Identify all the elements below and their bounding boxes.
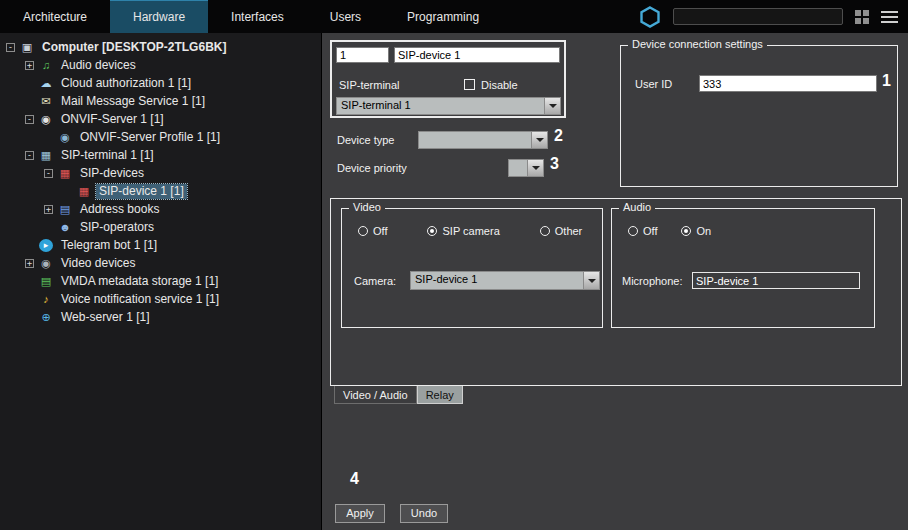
video-source-radios: OffSIP cameraOther: [358, 225, 582, 237]
audio-devices-icon: ♫: [39, 59, 53, 72]
microphone-label: Microphone:: [622, 275, 683, 287]
tree-collapse-icon[interactable]: -: [6, 43, 15, 52]
identity-group: SIP-terminal Disable SIP-terminal 1: [330, 40, 566, 118]
radio-label: SIP camera: [442, 225, 499, 237]
tree-item[interactable]: -◉ONVIF-Server 1 [1]: [0, 110, 321, 128]
tree-item[interactable]: ▦SIP-device 1 [1]: [0, 182, 321, 200]
tree-item-label: SIP-device 1 [1]: [96, 184, 187, 199]
tree-item[interactable]: ♪Voice notification service 1 [1]: [0, 290, 321, 308]
tree-item[interactable]: +◉Video devices: [0, 254, 321, 272]
annotation-4: 4: [350, 470, 359, 488]
device-type-label: Device type: [337, 134, 394, 146]
tree-item[interactable]: -▦SIP-devices: [0, 164, 321, 182]
device-type-dropdown[interactable]: [418, 131, 548, 149]
nav-tab-interfaces[interactable]: Interfaces: [208, 0, 307, 33]
nav-tab-hardware[interactable]: Hardware: [110, 0, 208, 33]
radio-button-icon: [681, 226, 691, 236]
tree-item[interactable]: ▸Telegram bot 1 [1]: [0, 236, 321, 254]
tree-collapse-icon[interactable]: -: [25, 115, 34, 124]
topbar-right-controls: [639, 0, 898, 33]
tree-item-label: Mail Message Service 1 [1]: [58, 94, 208, 109]
user-id-field[interactable]: [699, 75, 877, 92]
app-logo-icon: [639, 6, 661, 28]
nav-tab-architecture[interactable]: Architecture: [0, 0, 110, 33]
tree-item-label: Address books: [77, 202, 162, 217]
settings-panel: SIP-terminal Disable SIP-terminal 1 Devi…: [322, 33, 908, 530]
apply-button[interactable]: Apply: [335, 504, 385, 523]
sip-operators-icon: ☻: [58, 221, 72, 234]
audio-radio-off[interactable]: Off: [628, 225, 657, 237]
tree-item-label: SIP-operators: [77, 220, 157, 235]
tree-item-label: ONVIF-Server 1 [1]: [58, 112, 167, 127]
tree-item[interactable]: +♫Audio devices: [0, 56, 321, 74]
tree-collapse-icon[interactable]: -: [25, 151, 34, 160]
video-audio-section: Video OffSIP cameraOther Camera: SIP-dev…: [330, 198, 902, 386]
camera-dropdown[interactable]: SIP-device 1: [410, 271, 600, 290]
audio-mode-radios: OffOn: [628, 225, 711, 237]
panel-tab-video-audio[interactable]: Video / Audio: [334, 386, 417, 404]
tree-expand-icon[interactable]: +: [25, 259, 34, 268]
hamburger-menu-icon[interactable]: [881, 11, 898, 23]
nav-tabs: ArchitectureHardwareInterfacesUsersProgr…: [0, 0, 502, 33]
dropdown-arrow-icon[interactable]: [527, 160, 543, 176]
nav-tab-users[interactable]: Users: [307, 0, 384, 33]
tree-item[interactable]: ☻SIP-operators: [0, 218, 321, 236]
tree-item-label: SIP-devices: [77, 166, 147, 181]
radio-button-icon: [358, 226, 368, 236]
tree-item[interactable]: +▤Address books: [0, 200, 321, 218]
tree-expand-icon[interactable]: +: [25, 61, 34, 70]
sip-devices-icon: ▦: [58, 167, 72, 180]
cloud-icon: ☁: [39, 77, 53, 90]
tree-item[interactable]: ◉ONVIF-Server Profile 1 [1]: [0, 128, 321, 146]
dropdown-arrow-icon[interactable]: [583, 272, 599, 289]
search-input[interactable]: [673, 8, 843, 25]
tree-item[interactable]: ✉Mail Message Service 1 [1]: [0, 92, 321, 110]
address-books-icon: ▤: [58, 203, 72, 216]
video-radio-off[interactable]: Off: [358, 225, 387, 237]
tree-item[interactable]: -▣Computer [DESKTOP-2TLG6BK]: [0, 38, 321, 56]
tree-item[interactable]: -▦SIP-terminal 1 [1]: [0, 146, 321, 164]
tree-expand-icon[interactable]: +: [44, 205, 53, 214]
radio-label: Off: [643, 225, 657, 237]
connection-settings-title: Device connection settings: [628, 38, 767, 50]
sip-terminal-dropdown[interactable]: SIP-terminal 1: [336, 97, 561, 115]
video-devices-icon: ◉: [39, 257, 53, 270]
dropdown-arrow-icon[interactable]: [544, 98, 560, 114]
device-priority-dropdown[interactable]: [508, 159, 544, 177]
object-name-field[interactable]: [394, 47, 560, 63]
camera-label: Camera:: [354, 275, 396, 287]
panel-tab-relay[interactable]: Relay: [417, 386, 463, 404]
connection-settings-group: Device connection settings User ID 1: [620, 45, 898, 187]
onvif-profile-icon: ◉: [58, 131, 72, 144]
mail-icon: ✉: [39, 95, 53, 108]
video-radio-other[interactable]: Other: [540, 225, 583, 237]
tree-item-label: Computer [DESKTOP-2TLG6BK]: [39, 40, 229, 55]
telegram-icon: ▸: [39, 239, 53, 252]
radio-label: On: [696, 225, 711, 237]
apps-grid-icon[interactable]: [855, 10, 869, 24]
video-radio-sip-camera[interactable]: SIP camera: [427, 225, 499, 237]
object-id-field[interactable]: [336, 47, 389, 63]
device-type-dropdown-value: [419, 132, 531, 148]
tree-item-label: Video devices: [58, 256, 139, 271]
annotation-1: 1: [882, 72, 891, 90]
tree-item[interactable]: ▤VMDA metadata storage 1 [1]: [0, 272, 321, 290]
tree-collapse-icon[interactable]: -: [44, 169, 53, 178]
disable-label: Disable: [481, 79, 518, 91]
tree-item[interactable]: ☁Cloud authorization 1 [1]: [0, 74, 321, 92]
tree-item[interactable]: ⊕Web-server 1 [1]: [0, 308, 321, 326]
audio-radio-on[interactable]: On: [681, 225, 711, 237]
sip-device-icon: ▦: [77, 185, 91, 198]
tree-item-label: Telegram bot 1 [1]: [58, 238, 160, 253]
computer-icon: ▣: [20, 41, 34, 54]
disable-checkbox[interactable]: [464, 79, 475, 90]
top-navigation-bar: ArchitectureHardwareInterfacesUsersProgr…: [0, 0, 908, 33]
undo-button[interactable]: Undo: [400, 504, 448, 523]
audio-group: Audio OffOn Microphone:: [611, 208, 875, 328]
nav-tab-programming[interactable]: Programming: [384, 0, 502, 33]
radio-button-icon: [540, 226, 550, 236]
microphone-field[interactable]: [692, 272, 860, 289]
video-group: Video OffSIP cameraOther Camera: SIP-dev…: [341, 208, 603, 328]
dropdown-arrow-icon[interactable]: [531, 132, 547, 148]
application-window: ArchitectureHardwareInterfacesUsersProgr…: [0, 0, 908, 530]
